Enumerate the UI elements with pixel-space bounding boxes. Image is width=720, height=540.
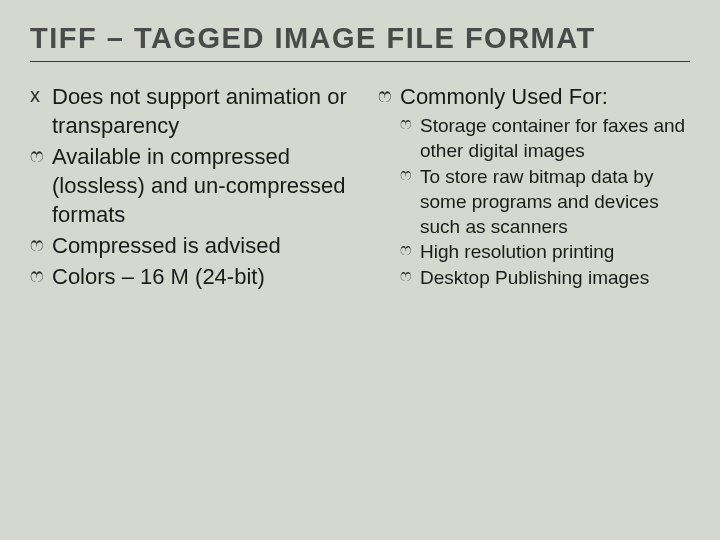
- script-bullet-icon: ෆ: [30, 262, 52, 288]
- item-text: Commonly Used For:: [400, 82, 608, 111]
- item-text: Colors – 16 M (24-bit): [52, 262, 265, 291]
- title-underline: [30, 61, 690, 62]
- script-bullet-icon: ෆ: [400, 113, 420, 136]
- script-bullet-icon: ෆ: [378, 82, 400, 108]
- x-icon: x: [30, 82, 52, 108]
- script-bullet-icon: ෆ: [30, 142, 52, 168]
- left-column: x Does not support animation or transpar…: [30, 82, 360, 293]
- right-column: ෆ Commonly Used For: ෆ Storage container…: [378, 82, 690, 293]
- item-text: Available in compressed (lossless) and u…: [52, 142, 360, 229]
- script-bullet-icon: ෆ: [30, 231, 52, 257]
- list-item: ෆ Compressed is advised: [30, 231, 360, 260]
- sub-list-item: ෆ Storage container for faxes and other …: [378, 113, 690, 164]
- list-item: ෆ Colors – 16 M (24-bit): [30, 262, 360, 291]
- list-item: x Does not support animation or transpar…: [30, 82, 360, 140]
- item-text: Does not support animation or transparen…: [52, 82, 360, 140]
- script-bullet-icon: ෆ: [400, 164, 420, 187]
- subitem-text: To store raw bitmap data by some program…: [420, 164, 690, 240]
- slide: TIFF – TAGGED IMAGE FILE FORMAT x Does n…: [0, 0, 720, 540]
- sub-list-item: ෆ To store raw bitmap data by some progr…: [378, 164, 690, 240]
- sub-list-item: ෆ Desktop Publishing images: [378, 265, 690, 290]
- list-item: ෆ Available in compressed (lossless) and…: [30, 142, 360, 229]
- item-text: Compressed is advised: [52, 231, 281, 260]
- slide-title: TIFF – TAGGED IMAGE FILE FORMAT: [30, 22, 690, 61]
- subitem-text: Desktop Publishing images: [420, 265, 649, 290]
- list-item: ෆ Commonly Used For:: [378, 82, 690, 111]
- script-bullet-icon: ෆ: [400, 239, 420, 262]
- subitem-text: High resolution printing: [420, 239, 614, 264]
- script-bullet-icon: ෆ: [400, 265, 420, 288]
- columns: x Does not support animation or transpar…: [30, 82, 690, 293]
- sub-list-item: ෆ High resolution printing: [378, 239, 690, 264]
- subitem-text: Storage container for faxes and other di…: [420, 113, 690, 164]
